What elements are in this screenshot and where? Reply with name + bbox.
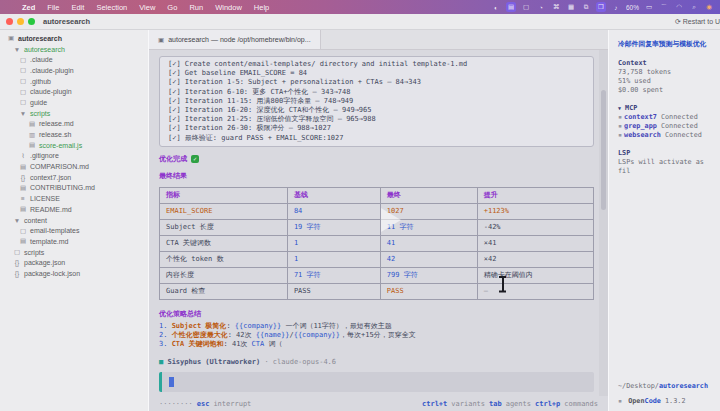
tree-item-release-sh[interactable]: ▥release.sh: [0, 129, 148, 140]
tree-item-template-md[interactable]: ▤template.md: [0, 236, 148, 247]
status-hint: esc: [197, 400, 210, 408]
checklist-line: [✓] Iteration 6-10: 更多 CTA+个性化 — 343→748: [168, 88, 585, 97]
context-spent: $0.00 spent: [618, 86, 720, 95]
tree-item-label: COMPARISON.md: [30, 163, 89, 170]
tree-item-package-json[interactable]: {}package.json: [0, 257, 148, 268]
markdown-file-icon: ▤: [19, 163, 27, 171]
tree-item--gitignore[interactable]: ⌇.gitignore: [0, 151, 148, 162]
menu-item-zed[interactable]: Zed: [16, 3, 41, 12]
tree-item-label: .claude: [30, 56, 53, 63]
checklist-line: [✓] Iteration 11-15: 用满800字符余量 — 748→949: [168, 97, 585, 106]
folder-open-icon: ▼: [13, 46, 21, 53]
tree-item-autoresearch[interactable]: ▼autoresearch: [0, 44, 148, 55]
volume-icon[interactable]: ♪: [611, 2, 621, 12]
menubar-status-icons: ◐▤▢◔⌘▦⧉❐♪60%▭⌒◠⌕◉: [491, 2, 714, 12]
notification-icon[interactable]: ◉: [704, 2, 714, 12]
control-center-icon[interactable]: ⌒: [659, 2, 669, 12]
tree-item-label: guide: [30, 99, 47, 106]
tree-item-readme-md[interactable]: ▤README.md: [0, 204, 148, 215]
chevron-down-icon: ▼: [618, 105, 621, 111]
menu-item-file[interactable]: File: [41, 3, 65, 12]
tree-item-autoresearch[interactable]: ▣autoresearch: [0, 33, 148, 44]
session-panel: 冷邮件回复率预测与模板优化 Context 73,758 tokens 51% …: [609, 30, 720, 411]
json-file-icon: {}: [13, 259, 21, 266]
tree-item-contributing-md[interactable]: ▤CONTRIBUTING.md: [0, 183, 148, 194]
clock-icon[interactable]: ◔: [536, 2, 546, 12]
folder-icon: ▢: [13, 248, 21, 256]
tree-item-context7-json[interactable]: {}context7.json: [0, 172, 148, 183]
status-hint: agents: [506, 400, 531, 408]
mcp-item-context7: ▪context7 Connected: [618, 113, 720, 122]
tree-item--github[interactable]: ▢.github: [0, 76, 148, 87]
tree-item-comparison-md[interactable]: ▤COMPARISON.md: [0, 161, 148, 172]
checklist-line: [✓] Iteration 26-30: 极限冲分 — 988→1027: [168, 124, 585, 133]
strategy-heading: 优化策略总结: [159, 309, 594, 319]
stats-icon[interactable]: ▦: [566, 2, 576, 12]
json-file-icon: {}: [13, 270, 21, 277]
file-tree: ▣autoresearch▼autoresearch▢.claude▢.clau…: [0, 33, 148, 279]
tree-item-score-email-js[interactable]: ▤score-email.js: [0, 140, 148, 151]
display-icon[interactable]: ▢: [521, 2, 531, 12]
tree-item--claude[interactable]: ▢.claude: [0, 54, 148, 65]
messages-icon[interactable]: ▤: [506, 2, 516, 12]
terminal-status-line: ········escinterrupt ctrl+tvariantstabag…: [149, 396, 608, 411]
table-cell: ×42: [477, 251, 593, 267]
table-row: CTA 关键词数141×41: [160, 235, 594, 251]
minimize-window-button[interactable]: [17, 18, 24, 25]
restart-to-update-button[interactable]: ⟳ Restart to Up: [675, 18, 720, 26]
status-right: ctrl+tvariantstabagentsctrl+pcommands: [422, 400, 598, 408]
strategy-list: 1. Subject 极简化: {{company}} 一个词（11字符），最短…: [159, 322, 594, 350]
strategy-item-text: Subject 极简化: [172, 322, 227, 330]
tab-terminal[interactable]: ▣ autoresearch — node /opt/homebrew/bin/…: [149, 30, 321, 49]
tree-item-license[interactable]: ≡LICENSE: [0, 193, 148, 204]
text-cursor: [499, 276, 506, 292]
tree-item-claude-plugin[interactable]: ▢claude-plugin: [0, 86, 148, 97]
terminal-output[interactable]: [✓] Create content/email-templates/ dire…: [149, 50, 608, 396]
terminal-scrollbar-thumb[interactable]: [601, 90, 606, 210]
keyboard-icon[interactable]: ⌘: [551, 2, 561, 12]
tree-item-email-templates[interactable]: ▢email-templates: [0, 225, 148, 236]
menu-item-run[interactable]: Run: [183, 3, 209, 12]
menu-item-window[interactable]: Window: [209, 3, 248, 12]
menu-item-selection[interactable]: Selection: [90, 3, 133, 12]
zoom-window-button[interactable]: [28, 18, 35, 25]
battery-icon[interactable]: ▭: [644, 2, 654, 12]
center-pane: ▣ autoresearch — node /opt/homebrew/bin/…: [149, 30, 609, 411]
table-row: 内容长度71 字符799 字符精确卡在阈值内: [160, 267, 594, 283]
wifi-icon[interactable]: ◠: [674, 2, 684, 12]
strategy-item-number: 1.: [159, 322, 172, 330]
battery-percent-label[interactable]: 60%: [626, 2, 639, 12]
mcp-section-toggle[interactable]: ▼ MCP: [618, 104, 720, 113]
tree-item-release-md[interactable]: ▤release.md: [0, 119, 148, 130]
results-table-head-row: 指标基线最终提升: [160, 187, 594, 203]
strategy-item-text: {{company}}: [235, 322, 281, 330]
menu-item-view[interactable]: View: [133, 3, 161, 12]
tree-item-guide[interactable]: ▢guide: [0, 97, 148, 108]
menu-item-help[interactable]: Help: [248, 3, 275, 12]
mcp-item-name: context7: [624, 113, 657, 121]
tree-item-content[interactable]: ▼content: [0, 215, 148, 226]
strategy-item: 2. 个性化密度最大化: 42次 {{name}}/{{company}}，每次…: [159, 331, 594, 340]
screen-share-icon[interactable]: ⧉: [581, 2, 591, 12]
tree-item-scripts[interactable]: ▼scripts: [0, 108, 148, 119]
tree-item-scripts[interactable]: ▢scripts: [0, 247, 148, 258]
checklist-line: [✓] Get baseline EMAIL_SCORE = 84: [168, 69, 585, 78]
terminal-scrollbar[interactable]: [599, 50, 608, 396]
tree-item-label: scripts: [30, 110, 50, 117]
tree-item-label: CONTRIBUTING.md: [30, 184, 95, 191]
search-icon[interactable]: ⌕: [689, 2, 699, 12]
globe-icon[interactable]: ◐: [491, 2, 501, 12]
mcp-item-name: grep_app: [624, 122, 657, 130]
checklist-line: [✓] 最终验证: guard PASS + EMAIL_SCORE:1027: [168, 134, 585, 143]
prompt-input[interactable]: [159, 372, 594, 392]
tree-item-package-lock-json[interactable]: {}package-lock.json: [0, 268, 148, 279]
folder-icon: ▢: [19, 66, 27, 74]
menu-item-edit[interactable]: Edit: [65, 3, 90, 12]
close-window-button[interactable]: [6, 18, 13, 25]
strategy-item-number: 2.: [159, 331, 172, 339]
menu-item-go[interactable]: Go: [161, 3, 183, 12]
stage-manager-icon[interactable]: ❐: [596, 2, 606, 12]
mcp-item-websearch: ▪websearch Connected: [618, 131, 720, 140]
play-overlay-icon: [381, 208, 401, 232]
tree-item--claude-plugin[interactable]: ▢.claude-plugin: [0, 65, 148, 76]
